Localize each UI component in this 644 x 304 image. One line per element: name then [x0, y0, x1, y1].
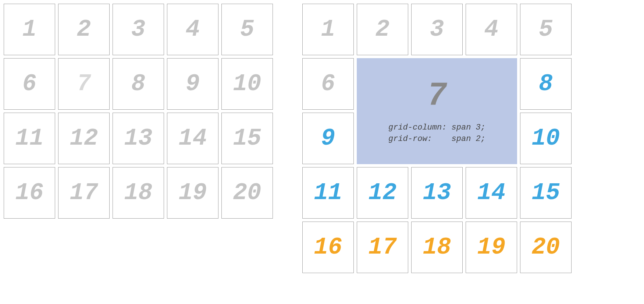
- left-cell-7: 7: [58, 58, 110, 110]
- left-cell-9: 9: [167, 58, 218, 110]
- left-cell-12: 12: [58, 113, 110, 164]
- left-cell-3: 3: [113, 4, 164, 55]
- right-cell-1: 1: [302, 4, 354, 55]
- left-cell-20: 20: [221, 167, 273, 219]
- right-cell-5: 5: [520, 4, 572, 55]
- left-cell-16: 16: [4, 167, 55, 219]
- left-cell-8: 8: [113, 58, 164, 110]
- left-grid: 1 2 3 4 5 6 7 8 9 10 11 12 13 14 15 16 1…: [4, 4, 273, 219]
- left-cell-14: 14: [167, 113, 218, 164]
- left-cell-13: 13: [113, 113, 164, 164]
- right-cell-2: 2: [357, 4, 408, 55]
- right-cell-8: 8: [520, 58, 572, 110]
- left-cell-18: 18: [113, 167, 164, 219]
- right-cell-3: 3: [411, 4, 463, 55]
- span-cell-code: grid-column: span 3; grid-row: span 2;: [388, 122, 485, 145]
- right-cell-4: 4: [466, 4, 517, 55]
- left-cell-11: 11: [4, 113, 55, 164]
- right-cell-9: 9: [302, 113, 354, 164]
- right-cell-15: 15: [520, 167, 572, 219]
- left-cell-10: 10: [221, 58, 273, 110]
- right-cell-14: 14: [466, 167, 517, 219]
- left-cell-17: 17: [58, 167, 110, 219]
- right-cell-16: 16: [302, 222, 354, 273]
- left-cell-15: 15: [221, 113, 273, 164]
- left-cell-2: 2: [58, 4, 110, 55]
- right-cell-6: 6: [302, 58, 354, 110]
- left-cell-6: 6: [4, 58, 55, 110]
- left-cell-4: 4: [167, 4, 218, 55]
- right-cell-18: 18: [411, 222, 463, 273]
- right-spanning-cell-7: 7 grid-column: span 3; grid-row: span 2;: [357, 58, 517, 164]
- left-cell-5: 5: [221, 4, 273, 55]
- right-cell-19: 19: [466, 222, 517, 273]
- left-cell-1: 1: [4, 4, 55, 55]
- right-cell-17: 17: [357, 222, 408, 273]
- right-cell-10: 10: [520, 113, 572, 164]
- right-cell-20: 20: [520, 222, 572, 273]
- right-grid: 1 2 3 4 5 6 7 grid-column: span 3; grid-…: [302, 4, 572, 273]
- left-cell-19: 19: [167, 167, 218, 219]
- right-cell-12: 12: [357, 167, 408, 219]
- span-cell-number: 7: [427, 77, 447, 115]
- right-cell-11: 11: [302, 167, 354, 219]
- right-cell-13: 13: [411, 167, 463, 219]
- diagram-container: 1 2 3 4 5 6 7 8 9 10 11 12 13 14 15 16 1…: [4, 4, 640, 273]
